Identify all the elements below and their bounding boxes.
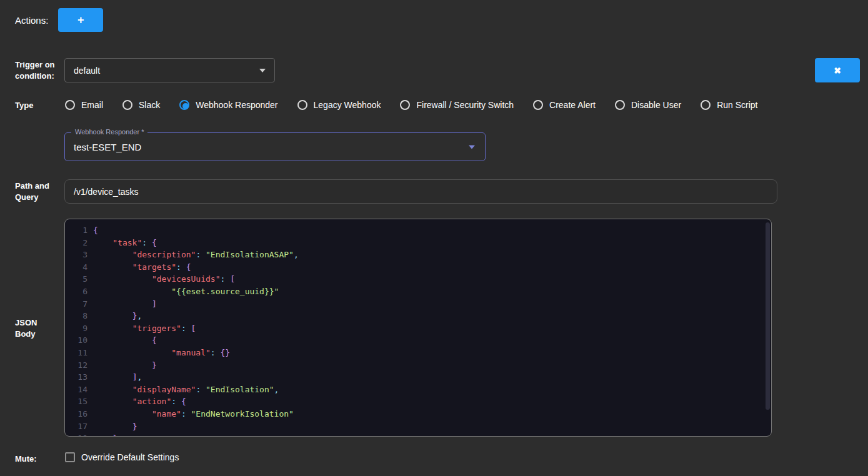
code-line: "name": "EndNetworkIsolation" [93,408,299,420]
editor-content: 123456789101112131415161718 { "task": { … [65,219,771,437]
type-label: Type [15,100,33,111]
code-line: }, [93,310,299,322]
radio-selected-icon[interactable] [179,100,189,110]
mute-label: Mute: [15,454,37,465]
type-radio-disable-user[interactable]: Disable User [615,100,681,110]
actions-label: Actions: [15,15,48,26]
mute-row: Override Default Settings [65,452,179,462]
radio-dot [182,103,189,109]
webhook-responder-select[interactable]: Webhook Responder * test-ESET_END [64,132,486,161]
type-radio-group: EmailSlackWebhook ResponderLegacy Webhoo… [65,97,758,113]
radio-icon[interactable] [122,100,132,110]
plus-icon: + [77,14,84,27]
code-line: } [93,432,299,437]
code-line: "displayName": "EndIsolation", [93,384,299,396]
override-default-settings-checkbox[interactable] [65,452,75,462]
editor-scrollbar[interactable] [766,221,770,435]
radio-label: Legacy Webhook [314,100,381,110]
webhook-responder-field-label: Webhook Responder * [71,128,147,136]
code-line: "{{eset.source_uuid}}" [93,285,299,298]
type-radio-legacy-webhook[interactable]: Legacy Webhook [297,100,381,110]
line-number: 16 [65,408,87,420]
json-body-label: JSON Body [15,317,43,340]
type-radio-firewall-security-switch[interactable]: Firewall / Security Switch [400,100,514,110]
line-number: 9 [65,322,87,335]
code-line: { [93,334,299,347]
code-line: { [93,224,299,237]
code-line: "manual": {} [93,347,299,359]
radio-label: Slack [139,100,160,110]
radio-icon[interactable] [533,100,543,110]
code-line: "description": "EndIsolationASAP", [93,249,299,261]
trigger-condition-label: Trigger on condition: [15,59,59,82]
trigger-condition-value: default [74,66,259,76]
code-line: "task": { [93,237,299,249]
close-icon: ✖ [834,66,841,76]
chevron-down-icon [469,146,475,149]
path-query-label: Path and Query [15,181,54,203]
path-query-input[interactable] [64,179,777,204]
radio-label: Webhook Responder [196,100,277,110]
radio-icon[interactable] [400,100,410,110]
line-number: 15 [65,395,87,408]
type-radio-email[interactable]: Email [65,100,103,110]
code-line: "action": { [93,395,299,408]
type-radio-create-alert[interactable]: Create Alert [533,100,596,110]
line-number: 8 [65,310,87,322]
type-radio-run-script[interactable]: Run Script [701,100,757,110]
editor-code[interactable]: { "task": { "description": "EndIsolation… [93,224,299,437]
radio-icon[interactable] [615,100,625,110]
line-number: 6 [65,285,87,298]
add-action-button[interactable]: + [58,8,103,32]
radio-label: Firewall / Security Switch [416,100,514,110]
code-line: "targets": { [93,261,299,274]
line-number: 18 [65,432,87,437]
radio-icon[interactable] [65,100,75,110]
line-number: 13 [65,371,87,384]
line-number: 3 [65,249,87,261]
scrollbar-thumb[interactable] [766,222,770,410]
line-number: 11 [65,347,87,359]
override-default-settings-label: Override Default Settings [81,452,179,462]
line-number: 2 [65,237,87,249]
line-number: 1 [65,224,87,237]
radio-label: Disable User [631,100,681,110]
code-line: ], [93,371,299,384]
radio-label: Email [81,100,103,110]
type-radio-slack[interactable]: Slack [122,100,160,110]
radio-label: Run Script [717,100,757,110]
json-body-editor[interactable]: 123456789101112131415161718 { "task": { … [64,219,772,437]
radio-icon[interactable] [701,100,711,110]
code-line: } [93,359,299,372]
radio-icon[interactable] [297,100,307,110]
line-number: 17 [65,420,87,433]
code-line: ] [93,298,299,310]
line-number: 5 [65,273,87,285]
type-radio-webhook-responder[interactable]: Webhook Responder [179,100,277,110]
line-number: 10 [65,334,87,347]
line-number: 14 [65,384,87,396]
remove-action-button[interactable]: ✖ [815,58,860,82]
line-number: 7 [65,298,87,310]
editor-gutter: 123456789101112131415161718 [65,224,87,437]
code-line: "devicesUuids": [ [93,273,299,285]
line-number: 12 [65,359,87,372]
radio-label: Create Alert [549,100,596,110]
chevron-down-icon [259,69,266,72]
actions-row: Actions: + [15,8,103,32]
webhook-responder-value: test-ESET_END [74,142,141,152]
line-number: 4 [65,261,87,274]
code-line: "triggers": [ [93,322,299,335]
code-line: } [93,420,299,433]
trigger-condition-select[interactable]: default [64,58,275,82]
